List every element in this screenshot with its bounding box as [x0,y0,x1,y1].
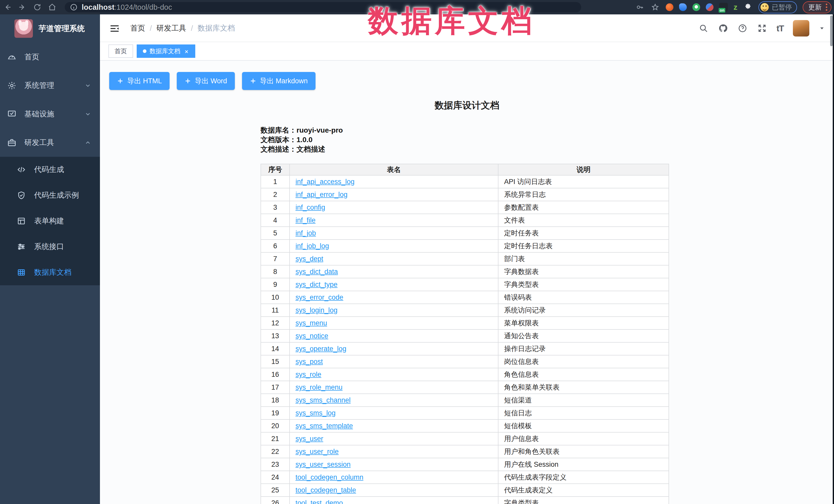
devtools-submenu: 代码生成 代码生成示例 表单构建 系统接口 数据库文档 [0,157,100,285]
table-link[interactable]: tool_codegen_column [295,474,363,481]
table-link[interactable]: sys_sms_channel [295,396,351,404]
sidebar-item-codegen-demo[interactable]: 代码生成示例 [0,182,100,208]
table-link[interactable]: inf_job_log [295,242,329,250]
table-row: 25 tool_codegen_table 代码生成表定义 [261,484,669,497]
extension-icon-dots[interactable] [706,3,714,11]
scrollbar-thumb[interactable] [830,16,833,46]
key-icon[interactable] [635,2,645,12]
paused-badge[interactable]: 已暂停 [759,1,797,13]
export-word-button[interactable]: 导出 Word [177,72,235,90]
table-row: 15 sys_post 岗位信息表 [261,355,669,368]
tab-db-doc[interactable]: 数据库文档 [137,44,195,58]
table-row: 6 inf_job_log 定时任务日志表 [261,240,669,253]
chevron-down-icon [85,111,91,117]
collapse-sidebar-icon[interactable] [109,23,120,34]
plus-icon [250,78,257,84]
sidebar-item-system[interactable]: 系统管理 [0,71,100,100]
close-icon[interactable] [184,49,189,54]
back-icon[interactable] [0,0,15,15]
sidebar-item-codegen[interactable]: 代码生成 [0,157,100,182]
form-grid-icon [17,217,26,225]
extension-icon-vue[interactable] [693,3,700,11]
fullscreen-icon[interactable] [757,23,767,34]
table-row: 2 inf_api_error_log 系统异常日志 [261,188,669,201]
table-link[interactable]: sys_menu [295,319,327,327]
reload-icon[interactable] [30,0,45,15]
table-link[interactable]: sys_sms_template [295,422,353,430]
table-link[interactable]: inf_config [295,203,325,211]
table-link[interactable]: sys_notice [295,332,328,340]
table-link[interactable]: sys_error_code [295,293,343,301]
export-html-button[interactable]: 导出 HTML [109,72,170,90]
table-link[interactable]: tool_test_demo [295,499,343,504]
sidebar-item-api[interactable]: 系统接口 [0,234,100,260]
github-icon[interactable] [718,23,728,34]
forward-icon[interactable] [15,0,30,15]
table-link[interactable]: inf_job [295,229,316,237]
sidebar-item-infra[interactable]: 基础设施 [0,100,100,128]
url-host: localhost [82,3,114,12]
extension-icon-blue[interactable] [679,3,687,11]
bookmark-star-icon[interactable] [650,2,660,12]
search-icon[interactable] [698,23,709,34]
app-logo[interactable]: 芋道管理系统 [0,15,100,43]
document-title: 数据库设计文档 [100,99,834,112]
extension-icon-z[interactable]: z [733,3,738,12]
table-link[interactable]: sys_post [295,358,323,366]
table-row: 10 sys_error_code 错误码表 [261,291,669,304]
home-icon[interactable] [45,0,60,15]
sidebar-item-form-builder[interactable]: 表单构建 [0,208,100,234]
sidebar-item-home[interactable]: 首页 [0,43,100,71]
table-link[interactable]: sys_dept [295,255,323,263]
table-link[interactable]: inf_api_error_log [295,191,348,198]
chevron-down-icon [85,82,91,89]
table-row: 8 sys_dict_data 字典数据表 [261,265,669,278]
table-row: 20 sys_sms_template 短信模板 [261,419,669,432]
table-link[interactable]: sys_user_role [295,448,338,455]
table-link[interactable]: sys_operate_log [295,345,346,353]
extension-icon-orange[interactable] [666,3,674,11]
browser-menu-icon[interactable] [826,4,827,11]
help-icon[interactable] [738,23,748,34]
table-row: 17 sys_role_menu 角色和菜单关联表 [261,381,669,394]
table-link[interactable]: sys_role [295,371,322,378]
site-info-icon[interactable] [70,3,78,11]
sidebar-item-devtools[interactable]: 研发工具 [0,128,100,157]
avatar[interactable] [793,20,809,37]
active-dot [143,49,147,53]
table-link[interactable]: sys_dict_data [295,268,338,276]
col-header-desc: 说明 [498,164,669,175]
table-link[interactable]: sys_role_menu [295,384,343,391]
table-link[interactable]: sys_dict_type [295,281,337,288]
sidebar-item-db-doc[interactable]: 数据库文档 [0,260,100,285]
breadcrumb-devtools[interactable]: 研发工具 [156,23,186,34]
export-markdown-button[interactable]: 导出 Markdown [242,72,315,90]
doc-desc-line: 文档描述：文档描述 [261,145,343,154]
table-row: 7 sys_dept 部门表 [261,253,669,265]
tags-view: 首页 数据库文档 [100,42,834,61]
table-header-row: 序号 表名 说明 [261,164,669,175]
table-link[interactable]: sys_sms_log [295,409,335,417]
extension-icon-switch[interactable]: on [719,3,728,12]
extensions-puzzle-icon[interactable] [743,2,753,12]
table-icon [17,268,26,277]
table-link[interactable]: sys_login_log [295,306,337,314]
app-title: 芋道管理系统 [39,23,85,34]
table-link[interactable]: sys_user [295,435,323,443]
content: 导出 HTML 导出 Word 导出 Markdown 数据库设计文档 数据库名… [100,61,834,504]
table-link[interactable]: inf_api_access_log [295,178,355,185]
font-size-icon[interactable]: tT [776,23,784,34]
code-icon [17,165,26,174]
table-row: 16 sys_role 角色信息表 [261,368,669,381]
table-link[interactable]: inf_file [295,216,315,224]
table-link[interactable]: sys_user_session [295,461,351,468]
url-path: :1024/tool/db-doc [114,3,172,12]
breadcrumb-home[interactable]: 首页 [130,23,145,34]
table-link[interactable]: tool_codegen_table [295,486,356,494]
table-row: 22 sys_user_role 用户和角色关联表 [261,445,669,458]
table-row: 23 sys_user_session 用户在线 Session [261,458,669,471]
update-button[interactable]: 更新 [803,1,831,13]
tab-home[interactable]: 首页 [108,44,133,58]
table-row: 21 sys_user 用户信息表 [261,432,669,445]
caret-down-icon[interactable] [818,25,825,31]
